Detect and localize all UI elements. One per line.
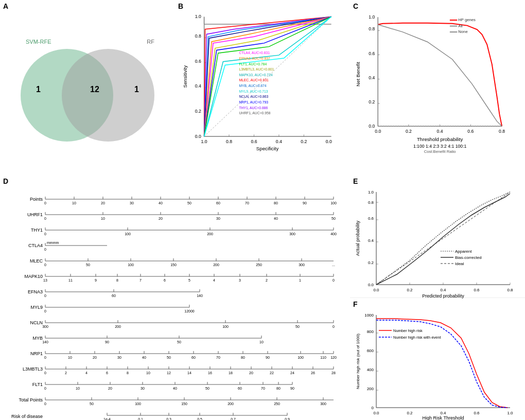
- venn-right-label: RF: [147, 39, 154, 45]
- svg-rect-61: [450, 26, 457, 27]
- svg-text:140: 140: [42, 340, 48, 344]
- svg-text:50: 50: [205, 387, 209, 390]
- svg-text:Ideal: Ideal: [455, 261, 464, 266]
- svg-text:0: 0: [44, 248, 46, 251]
- svg-text:30: 30: [216, 217, 220, 220]
- svg-text:0.6: 0.6: [474, 411, 480, 415]
- svg-text:1e-4: 1e-4: [103, 417, 111, 420]
- svg-text:13: 13: [43, 278, 47, 282]
- svg-text:30: 30: [130, 201, 134, 205]
- svg-text:12000: 12000: [184, 309, 195, 313]
- svg-text:0.2: 0.2: [369, 99, 375, 104]
- svg-text:0.8: 0.8: [195, 33, 201, 39]
- svg-text:0: 0: [44, 387, 46, 390]
- svg-text:90: 90: [105, 340, 109, 344]
- svg-text:L3MBTL3: L3MBTL3: [23, 366, 43, 372]
- svg-text:70: 70: [261, 387, 265, 390]
- svg-text:0.2: 0.2: [301, 139, 307, 144]
- svg-text:THY1, AUC=0.886: THY1, AUC=0.886: [239, 106, 268, 110]
- svg-text:100: 100: [125, 232, 131, 236]
- svg-text:400: 400: [330, 232, 337, 236]
- svg-text:CTLA4: CTLA4: [28, 243, 43, 248]
- svg-text:120: 120: [330, 356, 337, 359]
- svg-text:10: 10: [72, 201, 76, 205]
- svg-text:0.2: 0.2: [368, 260, 374, 265]
- svg-text:40: 40: [173, 387, 177, 390]
- svg-text:200: 200: [227, 402, 234, 406]
- svg-text:50: 50: [295, 325, 300, 328]
- svg-text:0.1: 0.1: [138, 417, 143, 420]
- svg-text:0.2: 0.2: [406, 129, 412, 134]
- svg-text:...: ...: [332, 263, 335, 267]
- panel-d: D Points 0 10 20 30 40 50 60 70 80 90 10…: [0, 175, 350, 420]
- svg-text:None: None: [458, 29, 467, 34]
- svg-text:0.0: 0.0: [369, 124, 375, 129]
- svg-text:90: 90: [303, 201, 307, 205]
- svg-text:MYB: MYB: [32, 336, 43, 341]
- svg-text:Total Points: Total Points: [19, 397, 43, 402]
- svg-text:400: 400: [367, 367, 374, 372]
- svg-text:0: 0: [44, 294, 46, 297]
- svg-text:20: 20: [159, 217, 163, 220]
- svg-text:0.4: 0.4: [276, 139, 282, 144]
- svg-text:0.0: 0.0: [373, 411, 379, 415]
- svg-text:40: 40: [159, 201, 163, 205]
- svg-text:9: 9: [95, 278, 97, 282]
- venn-num-right: 1: [134, 85, 139, 94]
- svg-text:NRP1, AUC=0.793: NRP1, AUC=0.793: [239, 100, 268, 104]
- svg-text:3: 3: [239, 278, 241, 282]
- venn-diagram: SVM-RFE RF 1 12 1: [10, 44, 165, 147]
- svg-text:30: 30: [117, 356, 121, 359]
- svg-text:10: 10: [76, 387, 80, 390]
- svg-text:80: 80: [276, 387, 281, 390]
- svg-text:200: 200: [213, 263, 219, 267]
- svg-text:20: 20: [93, 356, 97, 359]
- svg-text:0.2: 0.2: [407, 288, 413, 292]
- panel-a-label: A: [3, 2, 8, 10]
- svg-text:0.2: 0.2: [195, 109, 201, 114]
- svg-text:MLEC, AUC=0.931: MLEC, AUC=0.931: [239, 78, 269, 82]
- svg-text:50: 50: [86, 263, 90, 267]
- svg-text:50: 50: [90, 402, 94, 406]
- venn-left-label: SVM-RFE: [26, 39, 51, 45]
- svg-text:50: 50: [331, 217, 336, 220]
- svg-text:20: 20: [108, 387, 112, 390]
- svg-text:2: 2: [266, 278, 268, 282]
- svg-text:10: 10: [101, 217, 105, 220]
- svg-text:250: 250: [274, 402, 280, 406]
- svg-text:0.4: 0.4: [368, 238, 374, 243]
- svg-text:100: 100: [330, 201, 337, 205]
- svg-text:28: 28: [331, 371, 336, 375]
- svg-text:Number high risk (out of 1000): Number high risk (out of 1000): [356, 333, 360, 389]
- svg-text:250: 250: [256, 263, 262, 267]
- svg-text:22: 22: [270, 371, 274, 375]
- svg-text:20: 20: [101, 201, 105, 205]
- svg-text:0.8: 0.8: [507, 288, 513, 292]
- svg-text:MAPK10, AUC=0.724: MAPK10, AUC=0.724: [239, 73, 272, 77]
- svg-text:50: 50: [167, 356, 171, 359]
- svg-text:0: 0: [44, 217, 46, 220]
- svg-text:1000: 1000: [364, 313, 374, 318]
- svg-text:Cost:Benefit Ratio: Cost:Benefit Ratio: [424, 149, 456, 154]
- svg-text:MLEC: MLEC: [30, 258, 43, 264]
- svg-text:0.0: 0.0: [375, 129, 381, 134]
- svg-text:70: 70: [245, 201, 249, 205]
- svg-text:100: 100: [128, 263, 134, 267]
- svg-text:0.3: 0.3: [166, 417, 171, 420]
- svg-text:MAPK10: MAPK10: [24, 274, 43, 279]
- svg-text:12: 12: [167, 371, 171, 375]
- svg-text:100: 100: [297, 356, 304, 359]
- svg-text:0.4: 0.4: [437, 129, 443, 134]
- svg-text:1: 1: [299, 278, 301, 282]
- svg-rect-59: [450, 20, 457, 21]
- svg-text:High Risk Threshold: High Risk Threshold: [423, 415, 464, 421]
- roc-chart: 1.0 0.8 0.6 0.4 0.2 0.0 0.0 0.2 0.4 0.6 …: [179, 9, 344, 169]
- svg-text:MYL9: MYL9: [30, 305, 43, 310]
- svg-text:200: 200: [367, 387, 374, 391]
- svg-text:140: 140: [197, 294, 203, 297]
- svg-text:0: 0: [44, 371, 46, 375]
- svg-text:0.8: 0.8: [226, 139, 232, 144]
- svg-text:NCLN, AUC=0.863: NCLN, AUC=0.863: [239, 95, 268, 98]
- svg-text:FLT1: FLT1: [32, 382, 43, 387]
- svg-text:26: 26: [311, 371, 315, 375]
